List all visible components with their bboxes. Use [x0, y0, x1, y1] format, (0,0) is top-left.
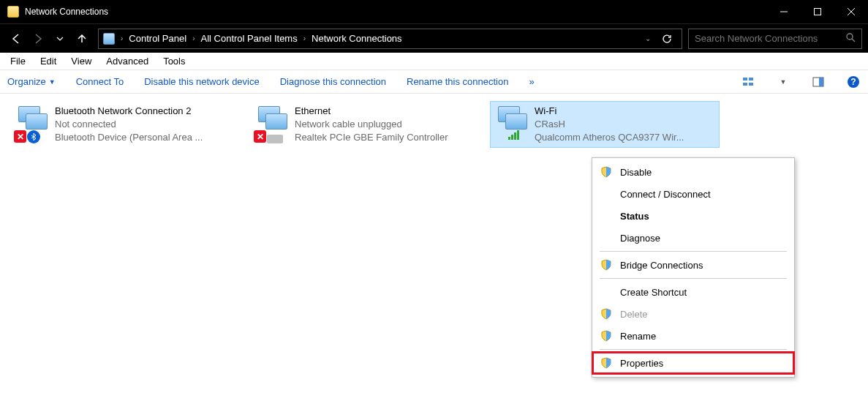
- svg-rect-8: [743, 83, 747, 86]
- content-area: ✕ Bluetooth Network Connection 2 Not con…: [0, 94, 868, 155]
- menu-advanced[interactable]: Advanced: [100, 54, 154, 68]
- diagnose-button[interactable]: Diagnose this connection: [280, 76, 386, 87]
- svg-rect-7: [749, 78, 753, 80]
- error-overlay-icon: ✕: [14, 130, 26, 143]
- breadcrumb-icon: [103, 33, 115, 45]
- connection-name: Bluetooth Network Connection 2: [55, 105, 236, 118]
- separator: [600, 349, 787, 350]
- disable-device-button[interactable]: Disable this network device: [144, 76, 260, 87]
- ctx-properties[interactable]: Properties: [592, 352, 794, 374]
- shield-icon: [600, 357, 613, 369]
- ctx-delete: Delete: [592, 303, 794, 325]
- ethernet-plug-icon: [267, 135, 283, 143]
- network-icon: [494, 105, 529, 140]
- chevron-down-icon: ▼: [49, 78, 56, 86]
- ctx-connect-disconnect[interactable]: Connect / Disconnect: [592, 183, 794, 205]
- svg-text:?: ?: [850, 77, 856, 87]
- breadcrumb-item[interactable]: Control Panel: [129, 33, 186, 44]
- svg-line-5: [852, 39, 855, 42]
- ctx-create-shortcut[interactable]: Create Shortcut: [592, 281, 794, 303]
- connection-ethernet[interactable]: ✕ Ethernet Network cable unplugged Realt…: [250, 101, 480, 148]
- shield-icon: [600, 259, 613, 271]
- close-button[interactable]: [834, 0, 868, 23]
- window-title: Network Connections: [25, 7, 767, 17]
- connect-to-button[interactable]: Connect To: [76, 76, 124, 87]
- chevron-right-icon[interactable]: ›: [301, 34, 309, 42]
- maximize-button[interactable]: [801, 0, 834, 23]
- ctx-rename[interactable]: Rename: [592, 325, 794, 347]
- chevron-right-icon[interactable]: ›: [118, 34, 126, 42]
- connection-status: CRasH: [535, 118, 716, 131]
- breadcrumb[interactable]: › Control Panel › All Control Panel Item…: [98, 29, 682, 49]
- svg-rect-1: [815, 9, 821, 15]
- recent-dropdown[interactable]: [50, 29, 70, 49]
- preview-pane-button[interactable]: [811, 75, 826, 89]
- connection-device: Qualcomm Atheros QCA9377 Wir...: [535, 131, 716, 144]
- back-button[interactable]: [6, 29, 26, 49]
- ctx-diagnose[interactable]: Diagnose: [592, 227, 794, 249]
- forward-button[interactable]: [28, 29, 48, 49]
- chevron-down-icon[interactable]: ⌄: [642, 34, 654, 42]
- svg-point-4: [847, 34, 853, 40]
- svg-rect-6: [743, 78, 747, 80]
- shield-icon: [600, 308, 613, 320]
- chevron-right-icon[interactable]: ›: [189, 34, 197, 42]
- error-overlay-icon: ✕: [254, 130, 266, 143]
- window-icon: [7, 6, 19, 18]
- menu-edit[interactable]: Edit: [34, 54, 62, 68]
- organize-button[interactable]: Organize▼: [7, 76, 56, 87]
- up-button[interactable]: [72, 29, 92, 49]
- menu-file[interactable]: File: [4, 54, 31, 68]
- svg-rect-9: [749, 83, 753, 86]
- address-bar: › Control Panel › All Control Panel Item…: [0, 23, 868, 53]
- network-icon: ✕: [254, 105, 289, 140]
- shield-icon: [600, 166, 613, 178]
- connection-wifi[interactable]: Wi-Fi CRasH Qualcomm Atheros QCA9377 Wir…: [490, 101, 720, 148]
- wifi-signal-icon: [508, 130, 520, 143]
- connection-bluetooth[interactable]: ✕ Bluetooth Network Connection 2 Not con…: [10, 101, 240, 148]
- menu-tools[interactable]: Tools: [157, 54, 191, 68]
- help-button[interactable]: ?: [846, 75, 861, 89]
- search-input[interactable]: [695, 33, 841, 44]
- connection-status: Network cable unplugged: [295, 118, 476, 131]
- menu-view[interactable]: View: [65, 54, 97, 68]
- ctx-status[interactable]: Status: [592, 205, 794, 227]
- svg-rect-11: [819, 78, 823, 86]
- connection-name: Ethernet: [295, 105, 476, 118]
- command-bar: Organize▼ Connect To Disable this networ…: [0, 70, 868, 94]
- ctx-bridge[interactable]: Bridge Connections: [592, 254, 794, 276]
- minimize-button[interactable]: [767, 0, 801, 23]
- separator: [600, 278, 787, 279]
- shield-icon: [600, 330, 613, 342]
- breadcrumb-item[interactable]: Network Connections: [312, 33, 402, 44]
- search-icon[interactable]: [845, 32, 856, 45]
- separator: [600, 251, 787, 252]
- network-icon: ✕: [14, 105, 49, 140]
- connection-name: Wi-Fi: [535, 105, 716, 118]
- context-menu: Disable Connect / Disconnect Status Diag…: [592, 157, 795, 378]
- bluetooth-icon: [27, 130, 40, 143]
- ctx-disable[interactable]: Disable: [592, 161, 794, 183]
- chevron-down-icon[interactable]: ▼: [776, 75, 790, 89]
- breadcrumb-item[interactable]: All Control Panel Items: [200, 33, 297, 44]
- view-options-button[interactable]: [741, 75, 755, 89]
- more-commands-button[interactable]: »: [529, 76, 534, 87]
- rename-button[interactable]: Rename this connection: [407, 76, 508, 87]
- refresh-button[interactable]: [657, 29, 677, 49]
- menubar: File Edit View Advanced Tools: [0, 53, 868, 70]
- connection-device: Realtek PCIe GBE Family Controller: [295, 131, 476, 144]
- search-box[interactable]: [688, 29, 862, 49]
- titlebar: Network Connections: [0, 0, 868, 23]
- connection-device: Bluetooth Device (Personal Area ...: [55, 131, 236, 144]
- connection-status: Not connected: [55, 118, 236, 131]
